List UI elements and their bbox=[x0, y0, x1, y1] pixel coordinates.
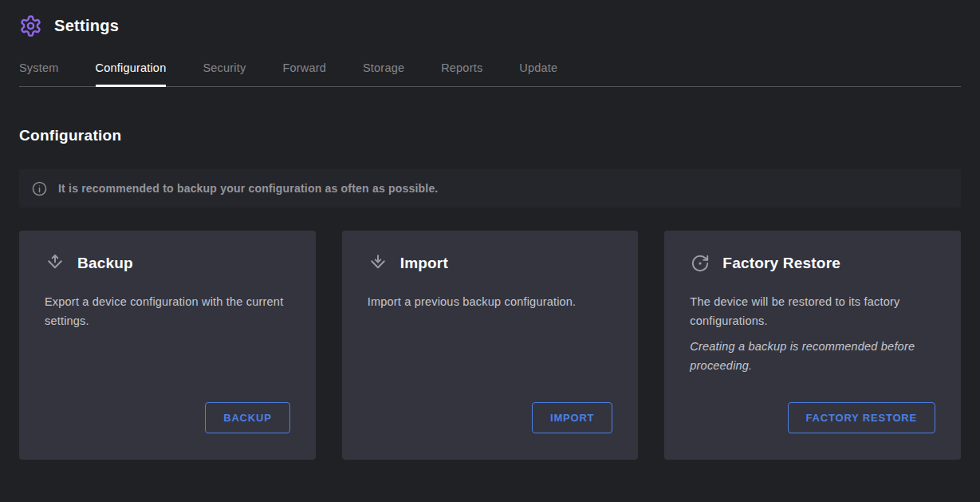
factory-restore-card-title: Factory Restore bbox=[722, 255, 840, 272]
gear-icon bbox=[19, 14, 42, 38]
backup-button[interactable]: BACKUP bbox=[205, 402, 289, 433]
tab-update[interactable]: Update bbox=[519, 61, 557, 86]
tab-storage[interactable]: Storage bbox=[363, 61, 404, 86]
info-icon bbox=[31, 180, 48, 197]
banner-text: It is recommended to backup your configu… bbox=[58, 182, 438, 195]
upload-icon bbox=[45, 253, 65, 274]
tab-bar: System Configuration Security Forward St… bbox=[19, 61, 961, 87]
factory-restore-card-header: Factory Restore bbox=[690, 253, 935, 274]
factory-restore-card-note: Creating a backup is recommended before … bbox=[690, 337, 935, 375]
card-row: Backup Export a device configuration wit… bbox=[19, 231, 961, 460]
factory-restore-card: Factory Restore The device will be resto… bbox=[664, 231, 961, 460]
download-icon bbox=[368, 253, 388, 274]
tab-reports[interactable]: Reports bbox=[441, 61, 482, 86]
backup-card: Backup Export a device configuration wit… bbox=[19, 231, 316, 460]
factory-restore-button[interactable]: FACTORY RESTORE bbox=[788, 402, 935, 433]
backup-card-header: Backup bbox=[45, 253, 290, 274]
factory-restore-card-description: The device will be restored to its facto… bbox=[690, 292, 935, 330]
page-title: Settings bbox=[54, 17, 119, 35]
import-card: Import Import a previous backup configur… bbox=[342, 231, 639, 460]
import-card-header: Import bbox=[368, 253, 613, 274]
tab-system[interactable]: System bbox=[19, 61, 59, 86]
import-card-title: Import bbox=[400, 255, 448, 272]
app-header: Settings bbox=[19, 0, 961, 38]
restore-icon bbox=[690, 253, 710, 274]
settings-page: Settings System Configuration Security F… bbox=[0, 0, 980, 460]
tab-configuration[interactable]: Configuration bbox=[96, 61, 167, 86]
backup-card-description: Export a device configuration with the c… bbox=[45, 292, 290, 330]
tab-forward[interactable]: Forward bbox=[282, 61, 326, 86]
info-banner: It is recommended to backup your configu… bbox=[19, 169, 961, 208]
import-card-description: Import a previous backup configuration. bbox=[368, 292, 613, 311]
import-button[interactable]: IMPORT bbox=[532, 402, 612, 433]
tab-security[interactable]: Security bbox=[203, 61, 246, 86]
section-heading: Configuration bbox=[19, 127, 961, 144]
backup-card-title: Backup bbox=[77, 255, 133, 272]
